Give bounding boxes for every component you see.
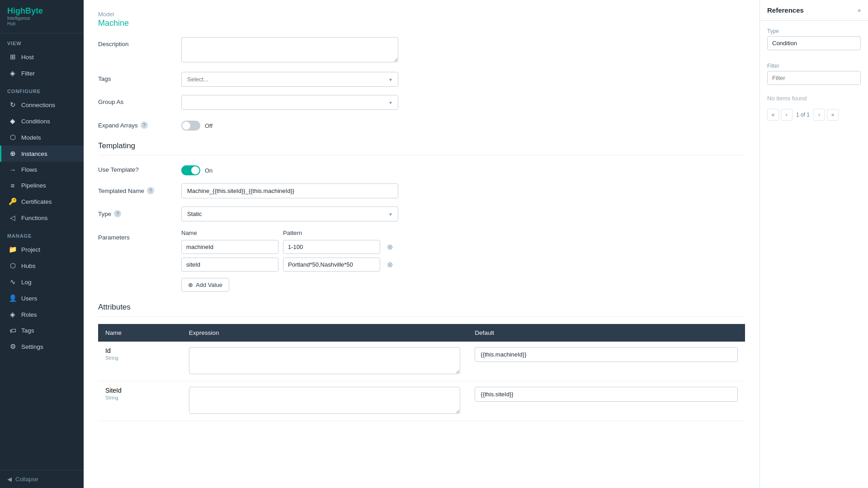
- templated-name-row: Templated Name ?: [98, 183, 745, 198]
- references-expand-icon[interactable]: »: [858, 7, 861, 14]
- params-name-header: Name: [181, 230, 278, 236]
- sidebar-item-label: Conditions: [21, 118, 50, 125]
- expand-arrays-help-icon[interactable]: ?: [141, 122, 148, 129]
- params-name-1[interactable]: [181, 258, 278, 272]
- attr-expr-cell-1: [182, 381, 468, 421]
- expand-arrays-toggle[interactable]: [181, 121, 200, 131]
- sidebar-item-users[interactable]: 👤 Users: [0, 290, 84, 306]
- sidebar-item-project[interactable]: 📁 Project: [0, 241, 84, 258]
- sidebar-item-label: Models: [21, 134, 41, 141]
- rp-pagination: « ‹ 1 of 1 › »: [767, 109, 861, 121]
- project-icon: 📁: [9, 245, 17, 253]
- sidebar-item-settings[interactable]: ⚙ Settings: [0, 338, 84, 355]
- expand-arrays-row: Expand Arrays ? Off: [98, 118, 745, 131]
- description-input[interactable]: [181, 37, 398, 62]
- add-value-plus-icon: ⊕: [188, 282, 193, 288]
- attr-name-0: Id: [105, 347, 175, 354]
- attr-name-cell-0: Id String: [98, 342, 182, 381]
- sidebar-item-label: Host: [21, 54, 34, 61]
- tags-select-wrapper: [181, 72, 398, 87]
- sidebar-item-functions[interactable]: ◁ Functions: [0, 210, 84, 226]
- toggle-knob: [182, 122, 190, 130]
- type-select[interactable]: Static: [181, 206, 398, 221]
- settings-icon: ⚙: [9, 343, 17, 351]
- use-template-value: On: [205, 167, 212, 174]
- type-row: Type ? Static: [98, 206, 745, 221]
- tags-input[interactable]: [181, 72, 398, 87]
- attr-default-cell-1: [467, 381, 745, 421]
- attr-expr-cell-0: [182, 342, 468, 381]
- templated-name-input[interactable]: [181, 183, 398, 198]
- use-template-knob: [191, 166, 199, 174]
- type-help-icon[interactable]: ?: [114, 210, 121, 217]
- sidebar-item-instances[interactable]: ⊕ Instances: [0, 145, 84, 162]
- rp-type-select[interactable]: Condition: [767, 36, 861, 50]
- logo-text: HighByte: [7, 6, 43, 16]
- parameters-label: Parameters: [98, 230, 170, 241]
- attr-default-input-0[interactable]: [475, 347, 738, 362]
- attr-expr-input-1[interactable]: [189, 387, 461, 414]
- expand-arrays-toggle-container: Off: [181, 118, 398, 131]
- attr-name-1: SiteId: [105, 387, 175, 394]
- conditions-icon: ◆: [9, 117, 17, 125]
- rp-type-select-wrapper: Condition: [767, 36, 861, 56]
- attr-default-input-1[interactable]: [475, 387, 738, 402]
- attr-name-cell-1: SiteId String: [98, 381, 182, 421]
- logo: HighByte IntelligenceHub: [7, 6, 43, 27]
- sidebar-item-connections[interactable]: ↻ Connections: [0, 97, 84, 113]
- sidebar-item-label: Connections: [21, 102, 55, 108]
- sidebar-item-conditions[interactable]: ◆ Conditions: [0, 113, 84, 129]
- sidebar-item-filter[interactable]: ◈ Filter: [0, 65, 84, 81]
- references-title: References: [767, 6, 804, 14]
- rp-filter-input[interactable]: [767, 71, 861, 85]
- params-name-0[interactable]: [181, 240, 278, 254]
- sidebar-item-label: Tags: [21, 327, 34, 334]
- sidebar-item-pipelines[interactable]: ≡ Pipelines: [0, 178, 84, 193]
- sidebar-item-certificates[interactable]: 🔑 Certificates: [0, 193, 84, 210]
- pipelines-icon: ≡: [9, 182, 17, 189]
- params-row-0: ⊗: [181, 240, 398, 254]
- attr-expr-input-0[interactable]: [189, 347, 461, 374]
- rp-last-page-button[interactable]: »: [827, 109, 839, 121]
- templated-name-label: Templated Name ?: [98, 183, 170, 194]
- rp-first-page-button[interactable]: «: [767, 109, 779, 121]
- expand-arrays-label: Expand Arrays ?: [98, 118, 170, 129]
- parameters-row: Parameters Name Pattern ⊗ ⊗: [98, 230, 745, 292]
- params-clear-0[interactable]: ⊗: [385, 242, 395, 252]
- instances-icon: ⊕: [9, 150, 17, 158]
- expand-arrays-control: Off: [181, 118, 398, 131]
- params-row-1: ⊗: [181, 258, 398, 272]
- sidebar-item-label: Certificates: [21, 198, 52, 205]
- add-value-button[interactable]: ⊕ Add Value: [181, 278, 229, 292]
- collapse-button[interactable]: ◀ Collapse: [7, 476, 76, 483]
- flows-icon: →: [9, 166, 17, 174]
- tags-row: Tags: [98, 72, 745, 87]
- group-as-row: Group As: [98, 95, 745, 110]
- rp-prev-page-button[interactable]: ‹: [781, 109, 793, 121]
- sidebar-item-roles[interactable]: ◈ Roles: [0, 306, 84, 323]
- params-pattern-0[interactable]: [283, 240, 380, 254]
- use-template-toggle[interactable]: [181, 165, 200, 175]
- group-as-select[interactable]: [181, 95, 398, 110]
- sidebar-item-models[interactable]: ⬡ Models: [0, 129, 84, 145]
- filter-icon: ◈: [9, 69, 17, 77]
- sidebar-item-tags[interactable]: 🏷 Tags: [0, 323, 84, 338]
- attr-col-default: Default: [467, 324, 745, 342]
- params-clear-1[interactable]: ⊗: [385, 260, 395, 270]
- collapse-icon: ◀: [7, 476, 12, 483]
- sidebar-item-host[interactable]: ⊞ Host: [0, 49, 84, 65]
- group-as-control: [181, 95, 398, 110]
- collapse-label: Collapse: [15, 476, 38, 483]
- model-label: Model: [98, 11, 745, 18]
- attr-col-name: Name: [98, 324, 182, 342]
- sidebar-item-label: Log: [21, 279, 32, 286]
- rp-next-page-button[interactable]: ›: [813, 109, 825, 121]
- attributes-section: Attributes Name Expression Default Id St…: [98, 303, 745, 421]
- sidebar-item-log[interactable]: ∿ Log: [0, 274, 84, 290]
- sidebar-item-label: Users: [21, 295, 37, 302]
- templated-name-help-icon[interactable]: ?: [147, 187, 154, 194]
- params-pattern-1[interactable]: [283, 258, 380, 272]
- certificates-icon: 🔑: [9, 197, 17, 206]
- sidebar-item-hubs[interactable]: ⬡ Hubs: [0, 258, 84, 274]
- sidebar-item-flows[interactable]: → Flows: [0, 162, 84, 178]
